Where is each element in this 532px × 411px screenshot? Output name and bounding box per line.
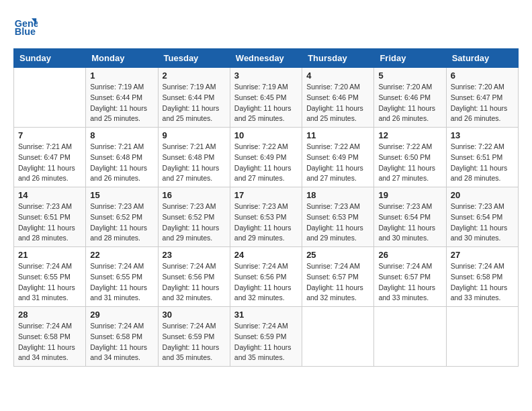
day-number: 24 bbox=[234, 250, 298, 260]
day-number: 10 bbox=[234, 130, 298, 140]
week-row-2: 14Sunrise: 7:23 AMSunset: 6:51 PMDayligh… bbox=[14, 187, 519, 247]
col-header-monday: Monday bbox=[86, 49, 158, 68]
day-detail: Sunrise: 7:24 AMSunset: 6:58 PMDaylight:… bbox=[18, 321, 81, 363]
day-detail: Sunrise: 7:21 AMSunset: 6:48 PMDaylight:… bbox=[163, 142, 226, 184]
day-detail: Sunrise: 7:24 AMSunset: 6:56 PMDaylight:… bbox=[234, 261, 298, 304]
day-cell: 5Sunrise: 7:20 AMSunset: 6:46 PMDaylight… bbox=[374, 68, 446, 128]
day-number: 13 bbox=[451, 130, 514, 140]
col-header-friday: Friday bbox=[374, 49, 446, 68]
day-detail: Sunrise: 7:19 AMSunset: 6:44 PMDaylight:… bbox=[90, 82, 153, 124]
day-cell: 16Sunrise: 7:23 AMSunset: 6:52 PMDayligh… bbox=[158, 187, 230, 247]
day-cell: 22Sunrise: 7:24 AMSunset: 6:55 PMDayligh… bbox=[86, 247, 158, 307]
day-detail: Sunrise: 7:23 AMSunset: 6:53 PMDaylight:… bbox=[306, 201, 369, 244]
day-detail: Sunrise: 7:24 AMSunset: 6:57 PMDaylight:… bbox=[378, 261, 441, 304]
day-detail: Sunrise: 7:24 AMSunset: 6:58 PMDaylight:… bbox=[90, 321, 153, 363]
day-number: 1 bbox=[90, 71, 153, 81]
day-cell: 18Sunrise: 7:23 AMSunset: 6:53 PMDayligh… bbox=[302, 187, 374, 247]
calendar-header-row: SundayMondayTuesdayWednesdayThursdayFrid… bbox=[14, 49, 519, 68]
col-header-thursday: Thursday bbox=[302, 49, 374, 68]
day-detail: Sunrise: 7:23 AMSunset: 6:54 PMDaylight:… bbox=[378, 201, 441, 244]
day-detail: Sunrise: 7:24 AMSunset: 6:56 PMDaylight:… bbox=[163, 261, 226, 304]
day-cell: 28Sunrise: 7:24 AMSunset: 6:58 PMDayligh… bbox=[14, 307, 86, 367]
day-number: 27 bbox=[451, 250, 514, 260]
day-cell: 20Sunrise: 7:23 AMSunset: 6:54 PMDayligh… bbox=[446, 187, 518, 247]
day-cell: 3Sunrise: 7:19 AMSunset: 6:45 PMDaylight… bbox=[230, 68, 302, 128]
day-cell: 31Sunrise: 7:24 AMSunset: 6:59 PMDayligh… bbox=[230, 307, 302, 367]
day-detail: Sunrise: 7:22 AMSunset: 6:49 PMDaylight:… bbox=[234, 142, 298, 184]
day-detail: Sunrise: 7:24 AMSunset: 6:57 PMDaylight:… bbox=[306, 261, 369, 304]
day-cell: 1Sunrise: 7:19 AMSunset: 6:44 PMDaylight… bbox=[86, 68, 158, 128]
day-cell: 7Sunrise: 7:21 AMSunset: 6:47 PMDaylight… bbox=[14, 128, 86, 187]
day-number: 12 bbox=[378, 130, 441, 140]
day-cell: 17Sunrise: 7:23 AMSunset: 6:53 PMDayligh… bbox=[230, 187, 302, 247]
col-header-sunday: Sunday bbox=[14, 49, 86, 68]
day-number: 3 bbox=[234, 71, 298, 81]
day-number: 11 bbox=[306, 130, 369, 140]
logo: General Blue bbox=[13, 13, 40, 38]
day-detail: Sunrise: 7:20 AMSunset: 6:46 PMDaylight:… bbox=[306, 82, 369, 124]
day-number: 21 bbox=[18, 250, 81, 260]
day-number: 25 bbox=[306, 250, 369, 260]
day-cell: 30Sunrise: 7:24 AMSunset: 6:59 PMDayligh… bbox=[158, 307, 230, 367]
day-detail: Sunrise: 7:24 AMSunset: 6:55 PMDaylight:… bbox=[18, 261, 81, 304]
day-number: 26 bbox=[378, 250, 441, 260]
day-number: 22 bbox=[90, 250, 153, 260]
calendar-body: 1Sunrise: 7:19 AMSunset: 6:44 PMDaylight… bbox=[14, 68, 519, 367]
day-cell: 10Sunrise: 7:22 AMSunset: 6:49 PMDayligh… bbox=[230, 128, 302, 187]
day-cell: 27Sunrise: 7:24 AMSunset: 6:58 PMDayligh… bbox=[446, 247, 518, 307]
week-row-0: 1Sunrise: 7:19 AMSunset: 6:44 PMDaylight… bbox=[14, 68, 519, 128]
day-cell: 29Sunrise: 7:24 AMSunset: 6:58 PMDayligh… bbox=[86, 307, 158, 367]
day-cell: 25Sunrise: 7:24 AMSunset: 6:57 PMDayligh… bbox=[302, 247, 374, 307]
day-number: 2 bbox=[163, 71, 226, 81]
logo-icon: General Blue bbox=[13, 13, 38, 38]
day-number: 6 bbox=[451, 71, 514, 81]
day-cell bbox=[14, 68, 86, 128]
day-cell: 26Sunrise: 7:24 AMSunset: 6:57 PMDayligh… bbox=[374, 247, 446, 307]
day-number: 14 bbox=[18, 190, 81, 200]
day-number: 28 bbox=[18, 310, 81, 320]
day-detail: Sunrise: 7:22 AMSunset: 6:49 PMDaylight:… bbox=[306, 142, 369, 184]
day-cell: 4Sunrise: 7:20 AMSunset: 6:46 PMDaylight… bbox=[302, 68, 374, 128]
day-detail: Sunrise: 7:22 AMSunset: 6:51 PMDaylight:… bbox=[451, 142, 514, 184]
day-cell: 9Sunrise: 7:21 AMSunset: 6:48 PMDaylight… bbox=[158, 128, 230, 187]
day-number: 16 bbox=[163, 190, 226, 200]
week-row-4: 28Sunrise: 7:24 AMSunset: 6:58 PMDayligh… bbox=[14, 307, 519, 367]
day-detail: Sunrise: 7:24 AMSunset: 6:59 PMDaylight:… bbox=[163, 321, 226, 363]
col-header-wednesday: Wednesday bbox=[230, 49, 302, 68]
day-cell: 24Sunrise: 7:24 AMSunset: 6:56 PMDayligh… bbox=[230, 247, 302, 307]
week-row-3: 21Sunrise: 7:24 AMSunset: 6:55 PMDayligh… bbox=[14, 247, 519, 307]
day-number: 7 bbox=[18, 130, 81, 140]
day-number: 17 bbox=[234, 190, 298, 200]
col-header-tuesday: Tuesday bbox=[158, 49, 230, 68]
day-detail: Sunrise: 7:19 AMSunset: 6:44 PMDaylight:… bbox=[163, 82, 226, 124]
day-cell: 13Sunrise: 7:22 AMSunset: 6:51 PMDayligh… bbox=[446, 128, 518, 187]
col-header-saturday: Saturday bbox=[446, 49, 518, 68]
day-number: 23 bbox=[163, 250, 226, 260]
day-detail: Sunrise: 7:24 AMSunset: 6:59 PMDaylight:… bbox=[234, 321, 298, 363]
day-detail: Sunrise: 7:20 AMSunset: 6:46 PMDaylight:… bbox=[378, 82, 441, 124]
day-number: 8 bbox=[90, 130, 153, 140]
day-cell: 14Sunrise: 7:23 AMSunset: 6:51 PMDayligh… bbox=[14, 187, 86, 247]
day-cell: 15Sunrise: 7:23 AMSunset: 6:52 PMDayligh… bbox=[86, 187, 158, 247]
day-cell bbox=[446, 307, 518, 367]
day-cell: 12Sunrise: 7:22 AMSunset: 6:50 PMDayligh… bbox=[374, 128, 446, 187]
day-cell: 23Sunrise: 7:24 AMSunset: 6:56 PMDayligh… bbox=[158, 247, 230, 307]
week-row-1: 7Sunrise: 7:21 AMSunset: 6:47 PMDaylight… bbox=[14, 128, 519, 187]
day-detail: Sunrise: 7:23 AMSunset: 6:52 PMDaylight:… bbox=[90, 201, 153, 244]
day-number: 29 bbox=[90, 310, 153, 320]
day-number: 18 bbox=[306, 190, 369, 200]
day-cell: 21Sunrise: 7:24 AMSunset: 6:55 PMDayligh… bbox=[14, 247, 86, 307]
day-detail: Sunrise: 7:23 AMSunset: 6:52 PMDaylight:… bbox=[163, 201, 226, 244]
day-number: 15 bbox=[90, 190, 153, 200]
day-number: 19 bbox=[378, 190, 441, 200]
day-cell bbox=[374, 307, 446, 367]
day-number: 4 bbox=[306, 71, 369, 81]
day-detail: Sunrise: 7:24 AMSunset: 6:58 PMDaylight:… bbox=[451, 261, 514, 304]
day-detail: Sunrise: 7:21 AMSunset: 6:47 PMDaylight:… bbox=[18, 142, 81, 184]
day-detail: Sunrise: 7:22 AMSunset: 6:50 PMDaylight:… bbox=[378, 142, 441, 184]
day-detail: Sunrise: 7:23 AMSunset: 6:53 PMDaylight:… bbox=[234, 201, 298, 244]
day-cell: 2Sunrise: 7:19 AMSunset: 6:44 PMDaylight… bbox=[158, 68, 230, 128]
day-cell: 8Sunrise: 7:21 AMSunset: 6:48 PMDaylight… bbox=[86, 128, 158, 187]
day-detail: Sunrise: 7:20 AMSunset: 6:47 PMDaylight:… bbox=[451, 82, 514, 124]
page-header: General Blue bbox=[13, 13, 519, 38]
